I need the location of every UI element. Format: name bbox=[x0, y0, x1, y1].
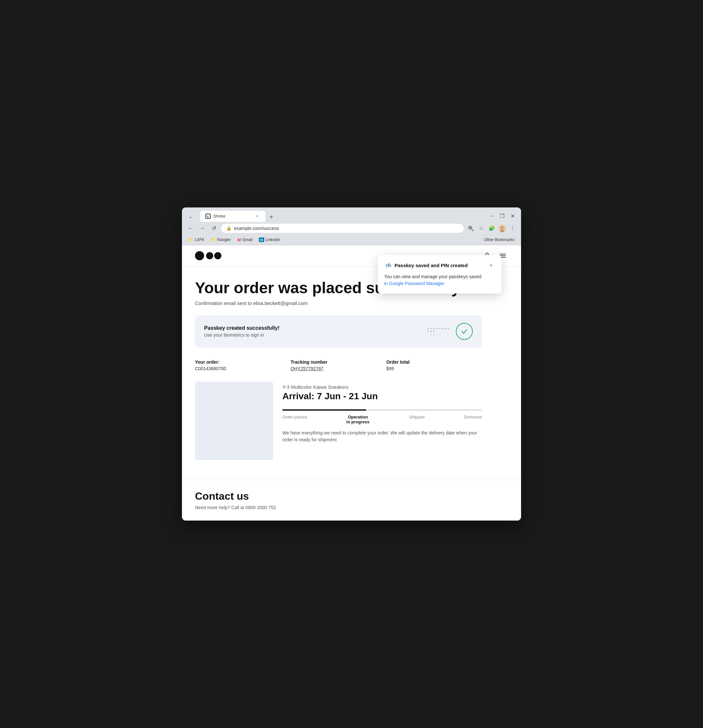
menu-button[interactable]: ⋮ bbox=[508, 224, 517, 233]
tab-bar: S Shrine × + bbox=[200, 211, 485, 222]
extensions-button[interactable]: 🧩 bbox=[487, 224, 496, 233]
minimize-button[interactable]: − bbox=[487, 212, 496, 221]
progress-track bbox=[282, 409, 482, 411]
tab-close-button[interactable]: × bbox=[254, 213, 260, 219]
tab-favicon: S bbox=[205, 214, 211, 219]
bookmark-lsfk[interactable]: 📁 LSFK bbox=[186, 237, 207, 243]
contact-text: Need more help? Call at 0800 2000 752 bbox=[195, 505, 508, 510]
contact-title: Contact us bbox=[195, 490, 508, 502]
step-operation-in-progress: Operationin progress bbox=[346, 415, 370, 424]
bookmark-folder-icon: 📁 bbox=[188, 237, 193, 242]
window-controls-left: ⌄ bbox=[186, 212, 195, 221]
total-value: $99 bbox=[386, 366, 482, 371]
product-name: Y-3 Multicolor Kaiwa Sneakers bbox=[282, 384, 482, 390]
step-shipped: Shipped bbox=[409, 415, 424, 424]
bookmarks-bar: 📁 LSFK 📁 Noogler M Gmail in Linkedin Oth… bbox=[182, 235, 521, 245]
total-col: Order total $99 bbox=[386, 360, 482, 371]
logo-dot-right bbox=[214, 252, 221, 259]
logo-dots-right bbox=[206, 251, 221, 260]
order-number-col: Your order: C00143680700 bbox=[195, 360, 290, 371]
dots-pattern bbox=[427, 328, 449, 335]
popup-header-left: G Passkey saved and PIN created bbox=[384, 262, 468, 269]
step-order-placed: Order placed bbox=[282, 415, 307, 424]
bookmark-label: Gmail bbox=[242, 237, 253, 242]
address-bar[interactable]: 🔒 example.com/success bbox=[221, 224, 464, 233]
passkey-icon-button[interactable] bbox=[466, 224, 475, 233]
toolbar-actions: ☆ 🧩 ⋮ bbox=[466, 224, 517, 233]
tracking-label: Tracking number bbox=[290, 360, 386, 365]
passkey-google-icon: G bbox=[384, 262, 391, 269]
svg-point-7 bbox=[501, 226, 504, 229]
progress-labels: Order placed Operationin progress Shippe… bbox=[282, 415, 482, 424]
url-text: example.com/success bbox=[234, 226, 458, 231]
product-info: Y-3 Multicolor Kaiwa Sneakers Arrival: 7… bbox=[282, 381, 482, 443]
product-arrival: Arrival: 7 Jun - 21 Jun bbox=[282, 391, 482, 402]
security-icon: 🔒 bbox=[226, 226, 231, 231]
passkey-banner-right bbox=[427, 323, 473, 340]
confirmation-email: Confirmation email sent to elisa.beckett… bbox=[195, 300, 482, 306]
progress-fill bbox=[282, 409, 366, 411]
bookmark-label: Noogler bbox=[217, 237, 231, 242]
popup-body-text: You can view and manage your passkeys sa… bbox=[384, 274, 481, 279]
tab-dropdown-button[interactable]: ⌄ bbox=[186, 212, 195, 221]
browser-window: ⌄ S Shrine × + − ❐ ✕ ← → ↺ 🔒 example.com… bbox=[182, 207, 521, 521]
bookmark-folder-icon: 📁 bbox=[211, 237, 216, 242]
logo-dot-left bbox=[195, 251, 204, 260]
google-password-manager-link[interactable]: in Google Password Manager bbox=[384, 281, 444, 286]
passkey-popup: G Passkey saved and PIN created × You ca… bbox=[378, 255, 501, 293]
forward-button[interactable]: → bbox=[198, 224, 207, 233]
new-tab-button[interactable]: + bbox=[267, 213, 276, 222]
step-delivered: Delivered bbox=[464, 415, 482, 424]
profile-button[interactable] bbox=[498, 224, 507, 233]
bookmark-button[interactable]: ☆ bbox=[477, 224, 486, 233]
tab-title: Shrine bbox=[213, 214, 226, 218]
tracking-col: Tracking number QHY257792797 bbox=[290, 360, 386, 371]
success-checkmark bbox=[456, 323, 473, 340]
popup-close-button[interactable]: × bbox=[487, 261, 495, 269]
order-details-grid: Your order: C00143680700 Tracking number… bbox=[195, 360, 482, 371]
chrome-toolbar: ← → ↺ 🔒 example.com/success ☆ 🧩 bbox=[182, 222, 521, 235]
logo-dot-mid bbox=[206, 252, 213, 259]
passkey-banner-subtitle: Use your biometrics to sign in bbox=[204, 332, 279, 338]
main-content: Your order was placed successfully Confi… bbox=[182, 266, 495, 480]
chrome-titlebar: ⌄ S Shrine × + − ❐ ✕ bbox=[182, 207, 521, 222]
order-description: We have everything we need to complete y… bbox=[282, 430, 482, 443]
tracking-number[interactable]: QHY257792797 bbox=[290, 366, 386, 371]
progress-container: Order placed Operationin progress Shippe… bbox=[282, 409, 482, 424]
refresh-button[interactable]: ↺ bbox=[209, 224, 218, 233]
bookmark-label: Other Bookmarks bbox=[484, 237, 515, 242]
bookmark-linkedin[interactable]: in Linkedin bbox=[256, 237, 282, 243]
bookmark-noogler[interactable]: 📁 Noogler bbox=[208, 237, 234, 243]
bookmark-gmail[interactable]: M Gmail bbox=[235, 237, 255, 243]
svg-text:S: S bbox=[207, 215, 209, 218]
window-controls-right: − ❐ ✕ bbox=[487, 212, 517, 221]
contact-section: Contact us Need more help? Call at 0800 … bbox=[182, 480, 521, 521]
passkey-banner: Passkey created successfully! Use your b… bbox=[195, 315, 482, 348]
active-tab[interactable]: S Shrine × bbox=[200, 211, 266, 222]
product-section: Y-3 Multicolor Kaiwa Sneakers Arrival: 7… bbox=[195, 381, 482, 460]
popup-header: G Passkey saved and PIN created × bbox=[384, 261, 495, 269]
page-content: Your order was placed successfully Confi… bbox=[182, 245, 521, 521]
svg-point-8 bbox=[500, 230, 504, 232]
product-image bbox=[195, 381, 273, 460]
svg-point-3 bbox=[469, 227, 471, 228]
popup-body: You can view and manage your passkeys sa… bbox=[384, 273, 495, 287]
total-label: Order total bbox=[386, 360, 482, 365]
bookmark-other[interactable]: Other Bookmarks bbox=[482, 237, 517, 243]
bookmark-label: Linkedin bbox=[266, 237, 280, 242]
gmail-icon: M bbox=[237, 237, 241, 242]
bookmark-label: LSFK bbox=[195, 237, 205, 242]
popup-title: Passkey saved and PIN created bbox=[394, 263, 468, 268]
close-window-button[interactable]: ✕ bbox=[508, 212, 517, 221]
site-logo bbox=[195, 251, 221, 260]
restore-button[interactable]: ❐ bbox=[498, 212, 507, 221]
passkey-banner-text: Passkey created successfully! Use your b… bbox=[204, 325, 279, 338]
back-button[interactable]: ← bbox=[186, 224, 195, 233]
order-label: Your order: bbox=[195, 360, 290, 365]
passkey-banner-title: Passkey created successfully! bbox=[204, 325, 279, 331]
linkedin-icon: in bbox=[259, 237, 264, 242]
order-number: C00143680700 bbox=[195, 366, 290, 371]
